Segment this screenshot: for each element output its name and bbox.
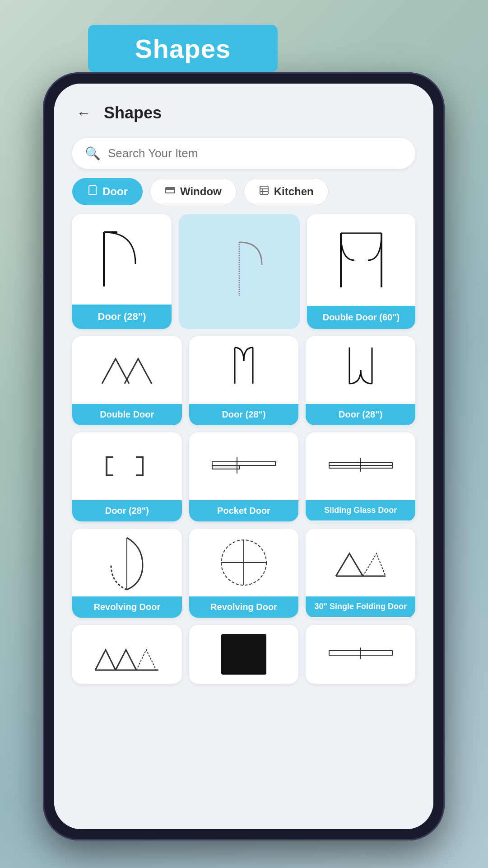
title-banner-text: Shapes — [135, 33, 231, 64]
tab-door-label: Door — [102, 185, 128, 198]
shape-card-revolving-door-a[interactable]: Revolving Door — [72, 529, 182, 618]
shape-card-double-folding[interactable] — [72, 625, 182, 684]
shape-card-sliding-glass-door[interactable]: Sliding Glass Door — [306, 432, 415, 521]
shape-card-door-28-a[interactable]: Door (28") — [72, 214, 172, 329]
shape-card-door-28-c[interactable]: Door (28") — [306, 336, 415, 425]
tab-window[interactable]: Window — [150, 178, 237, 205]
back-arrow-icon: ← — [76, 105, 91, 122]
shape-label-sliding-glass-door: Sliding Glass Door — [306, 500, 415, 521]
shape-label-door-28-c: Door (28") — [306, 404, 415, 425]
grid-row-1: Double Door Door (28") — [65, 336, 422, 425]
window-tab-icon — [165, 185, 176, 198]
shape-card-door-28-b[interactable]: Door (28") — [189, 336, 299, 425]
shape-card-double-door-60[interactable]: Double Door (60") — [307, 214, 415, 329]
svg-rect-2 — [260, 186, 268, 194]
svg-rect-0 — [166, 188, 175, 189]
page-title: Shapes — [104, 103, 162, 122]
shape-card-pocket-door[interactable]: Pocket Door — [189, 432, 299, 521]
search-icon: 🔍 — [85, 146, 101, 161]
search-bar[interactable]: 🔍 — [72, 138, 415, 169]
title-banner: Shapes — [88, 25, 278, 72]
grid-row-2: Door (28") Pocket Door — [65, 432, 422, 521]
tab-kitchen[interactable]: Kitchen — [244, 178, 329, 205]
phone-screen: ← Shapes 🔍 Door — [54, 84, 433, 829]
shape-label-door-28-a: Door (28") — [72, 305, 172, 329]
grid-row-3: Revolving Door Revolving Door — [65, 529, 422, 618]
shape-card-flat-door[interactable] — [306, 625, 415, 684]
tab-kitchen-label: Kitchen — [274, 185, 314, 198]
shape-label-revolving-door-a: Revolving Door — [72, 596, 182, 618]
shape-label-pocket-door: Pocket Door — [189, 500, 299, 521]
shape-card-double-door[interactable]: Double Door — [72, 336, 182, 425]
shapes-container: Door (28") — [54, 214, 433, 829]
shape-card-door-28-d[interactable]: Door (28") — [72, 432, 182, 521]
search-input[interactable] — [108, 146, 403, 160]
shape-label-revolving-door-b: Revolving Door — [189, 596, 299, 618]
shape-label-single-folding-30: 30" Single Folding Door — [306, 596, 415, 617]
shape-card-black-rect[interactable] — [189, 625, 299, 684]
phone-frame: ← Shapes 🔍 Door — [43, 72, 445, 840]
shape-card-single-folding-30[interactable]: 30" Single Folding Door — [306, 529, 415, 618]
svg-rect-18 — [212, 465, 239, 469]
shape-label-door-28-b: Door (28") — [189, 404, 299, 425]
featured-row: Door (28") — [65, 214, 422, 329]
shape-label-double-door-60: Double Door (60") — [307, 306, 415, 329]
door-tab-icon — [87, 185, 98, 198]
grid-row-4 — [65, 625, 422, 684]
tab-door[interactable]: Door — [72, 178, 143, 205]
category-tabs: Door Window — [54, 178, 433, 214]
shape-label-door-28-d: Door (28") — [72, 500, 182, 521]
shape-card-revolving-door-b[interactable]: Revolving Door — [189, 529, 299, 618]
kitchen-tab-icon — [259, 185, 270, 198]
shape-card-door-28-mid[interactable] — [179, 214, 300, 329]
back-button[interactable]: ← — [72, 102, 95, 124]
tab-window-label: Window — [180, 185, 222, 198]
header: ← Shapes — [54, 84, 433, 133]
svg-rect-17 — [212, 462, 275, 465]
shape-label-double-door: Double Door — [72, 404, 182, 425]
app-content: ← Shapes 🔍 Door — [54, 84, 433, 829]
